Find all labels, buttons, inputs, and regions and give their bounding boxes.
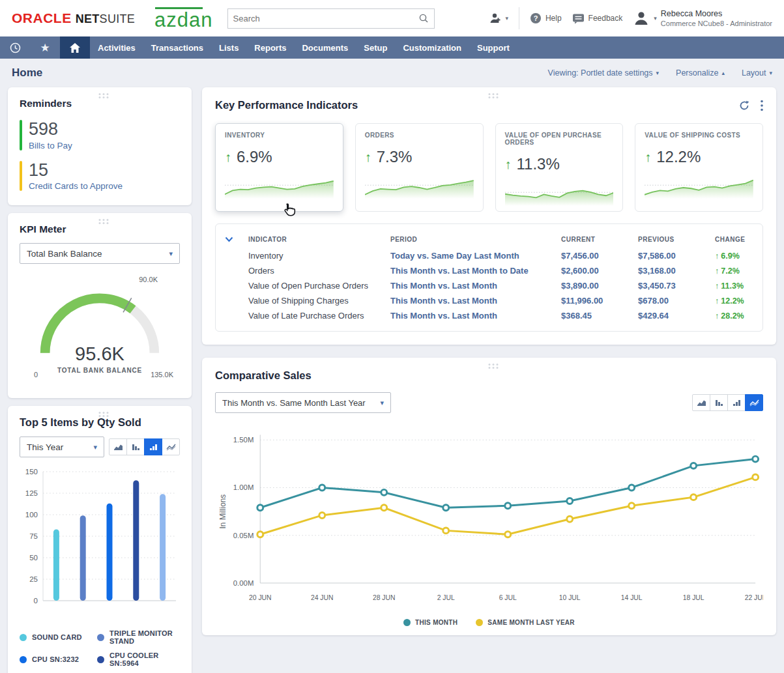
chevron-down-icon: ▾ xyxy=(769,70,772,76)
bar-chart-button[interactable] xyxy=(727,394,746,411)
legend-dot xyxy=(97,656,104,663)
up-arrow-icon: ↑ xyxy=(715,296,719,306)
up-arrow-icon: ↑ xyxy=(645,150,651,165)
reminder-link[interactable]: Credit Cards to Approve xyxy=(29,181,123,191)
top5-chart-type-buttons xyxy=(109,438,180,455)
up-arrow-icon: ↑ xyxy=(715,311,719,321)
svg-text:1.00M: 1.00M xyxy=(233,483,254,491)
svg-text:22 JUL: 22 JUL xyxy=(745,594,763,601)
help-icon: ? xyxy=(530,12,542,24)
legend-dot xyxy=(20,656,27,663)
svg-text:14 JUL: 14 JUL xyxy=(621,594,643,601)
nav-item-support[interactable]: Support xyxy=(469,36,517,59)
nav-item-customization[interactable]: Customization xyxy=(395,36,469,59)
area-chart-button[interactable] xyxy=(692,394,710,411)
svg-text:125: 125 xyxy=(25,489,38,497)
personalize-menu[interactable]: Personalize▴ xyxy=(676,68,725,78)
reminder-credit-cards[interactable]: 15 Credit Cards to Approve xyxy=(20,161,180,192)
svg-text:100: 100 xyxy=(25,511,38,519)
nav-item-documents[interactable]: Documents xyxy=(294,36,356,59)
area-chart-button[interactable] xyxy=(109,438,127,455)
kpi-meter-title: KPI Meter xyxy=(20,223,180,235)
kpi-portlet-title: Key Performance Indicators xyxy=(215,99,358,111)
reminder-color-bar xyxy=(20,161,22,192)
shortcuts-star-icon[interactable]: ★ xyxy=(30,36,60,59)
legend-dot xyxy=(20,634,27,641)
collapse-chevron-icon[interactable] xyxy=(220,236,248,242)
kpi-tile-shipping-costs[interactable]: VALUE OF SHIPPING COSTS ↑12.2% xyxy=(635,123,763,212)
chevron-up-icon: ▴ xyxy=(721,70,725,76)
nav-item-lists[interactable]: Lists xyxy=(211,36,246,59)
legend-dot xyxy=(403,619,411,626)
nav-item-reports[interactable]: Reports xyxy=(246,36,294,59)
nav-item-setup[interactable]: Setup xyxy=(356,36,395,59)
svg-text:0.05M: 0.05M xyxy=(233,532,254,539)
user-name: Rebecca Moores xyxy=(661,9,772,20)
user-info: Rebecca Moores Commerce NCube8 - Adminis… xyxy=(661,9,772,27)
kpi-tile-open-purchase-orders[interactable]: VALUE OF OPEN PURCHASE ORDERS ↑11.3% xyxy=(495,123,624,212)
line-chart-button[interactable] xyxy=(745,394,763,411)
page-toolbar: Home Viewing: Portlet date settings▾ Per… xyxy=(0,59,784,86)
global-search[interactable] xyxy=(227,8,435,29)
kpi-tile-inventory[interactable]: INVENTORY ↑6.9% xyxy=(215,123,343,212)
up-arrow-icon: ↑ xyxy=(225,150,231,165)
viewing-settings-menu[interactable]: Viewing: Portlet date settings▾ xyxy=(548,68,660,78)
comparative-chart-type-buttons xyxy=(692,394,763,411)
kebab-menu-icon[interactable] xyxy=(761,100,763,111)
sparkline-chart xyxy=(365,170,474,199)
legend-item: SOUND CARD xyxy=(20,629,83,645)
line-chart-button[interactable] xyxy=(162,438,180,455)
drag-handle[interactable] xyxy=(99,412,101,414)
svg-text:1.50M: 1.50M xyxy=(233,436,254,444)
top5-period-select[interactable]: This Year ▾ xyxy=(20,437,104,457)
help-button[interactable]: ? Help xyxy=(530,12,562,24)
table-row: Value of Late Purchase Orders This Month… xyxy=(220,308,759,323)
user-menu[interactable]: ▾ Rebecca Moores Commerce NCube8 - Admin… xyxy=(633,9,772,27)
search-input[interactable] xyxy=(233,14,418,23)
netsuite-logo: ORACLE NETSUITE xyxy=(12,10,135,26)
home-tab[interactable] xyxy=(60,36,90,59)
reminders-portlet: Reminders 598 Bills to Pay 15 Credit Car… xyxy=(8,87,192,205)
svg-text:0: 0 xyxy=(34,597,38,605)
gauge-value: 95.6K xyxy=(20,343,180,365)
drag-handle[interactable] xyxy=(488,93,490,95)
comparative-period-select[interactable]: This Month vs. Same Month Last Year ▾ xyxy=(215,392,391,413)
drag-handle[interactable] xyxy=(488,364,490,365)
drag-handle[interactable] xyxy=(99,93,101,95)
oracle-logo: ORACLE xyxy=(12,10,72,26)
layout-menu[interactable]: Layout▾ xyxy=(742,68,772,78)
top5-portlet: Top 5 Items by Qty Sold This Year ▾ 0255… xyxy=(8,406,192,673)
comparative-line-chart: 1.50M1.00M0.05M0.00M20 JUN24 JUN28 JUN2 … xyxy=(215,422,763,615)
nav-item-transactions[interactable]: Transactions xyxy=(143,36,211,59)
kpi-meter-select[interactable]: Total Bank Balance ▾ xyxy=(20,243,180,264)
refresh-icon[interactable] xyxy=(738,100,750,111)
bar-desc-chart-button[interactable] xyxy=(710,394,728,411)
recent-records-icon[interactable] xyxy=(0,36,30,59)
chevron-down-icon: ▾ xyxy=(93,443,97,451)
drag-handle[interactable] xyxy=(99,219,101,221)
feedback-button[interactable]: Feedback xyxy=(572,13,623,24)
sparkline-chart xyxy=(225,170,334,199)
svg-text:6 JUL: 6 JUL xyxy=(499,594,517,601)
table-row: Inventory Today vs. Same Day Last Month … xyxy=(220,248,759,263)
sparkline-chart xyxy=(505,177,614,206)
legend-item: THIS MONTH xyxy=(403,619,457,626)
nav-item-activities[interactable]: Activities xyxy=(90,36,143,59)
svg-text:75: 75 xyxy=(29,532,38,540)
svg-text:?: ? xyxy=(534,14,538,22)
quick-add-icon xyxy=(488,12,501,25)
reminders-title: Reminders xyxy=(20,98,180,109)
bar-chart-button[interactable] xyxy=(144,438,162,455)
chevron-down-icon: ▾ xyxy=(169,250,173,258)
up-arrow-icon: ↑ xyxy=(365,150,371,165)
quick-add-menu[interactable]: ▾ xyxy=(488,12,508,25)
svg-text:In Millions: In Millions xyxy=(218,494,227,529)
kpi-tile-orders[interactable]: ORDERS ↑7.3% xyxy=(355,123,484,212)
azdan-logo: azdan xyxy=(154,7,212,30)
search-icon[interactable] xyxy=(418,13,429,23)
legend-item: SAME MONTH LAST YEAR xyxy=(476,619,575,626)
reminder-color-bar xyxy=(20,120,22,150)
reminder-bills-to-pay[interactable]: 598 Bills to Pay xyxy=(20,120,180,150)
bar-desc-chart-button[interactable] xyxy=(126,438,145,455)
reminder-link[interactable]: Bills to Pay xyxy=(29,141,72,150)
